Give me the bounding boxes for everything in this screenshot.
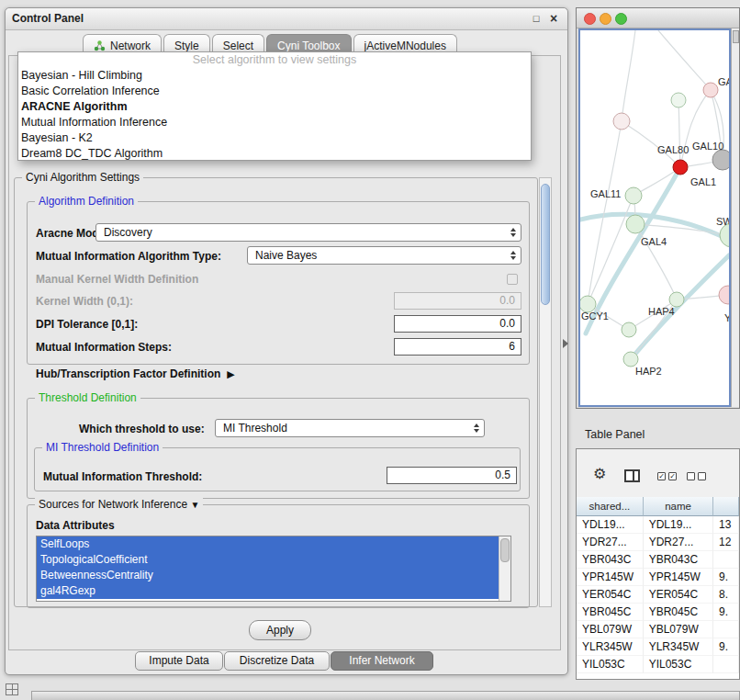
list-item[interactable]: SelfLoops <box>37 536 499 552</box>
list-item[interactable]: gal4RGexp <box>37 583 499 599</box>
table-row[interactable]: YDL19... YDL19... 13 <box>577 516 739 534</box>
node-label: GCY1 <box>581 310 609 322</box>
close-traffic-light-icon[interactable] <box>584 13 596 25</box>
network-window-titlebar[interactable] <box>577 8 739 28</box>
table-row[interactable]: YBL079W YBL079W <box>577 621 739 638</box>
panel-splitter-handle[interactable] <box>563 339 568 348</box>
cell[interactable]: YIL053C <box>577 656 644 673</box>
algorithm-option[interactable]: Basic Correlation Inference <box>18 84 531 99</box>
cell[interactable]: YBR045C <box>644 604 713 621</box>
cell[interactable]: YBR045C <box>577 604 644 621</box>
mi-steps-field[interactable]: 6 <box>394 338 521 356</box>
kernel-width-field[interactable]: 0.0 <box>394 292 521 310</box>
network-scrollbar[interactable] <box>731 28 740 407</box>
select-all-icon[interactable]: ✓ ✓ <box>657 472 677 480</box>
column-header[interactable]: name <box>644 497 713 516</box>
cell[interactable]: YER054C <box>577 586 644 604</box>
bottom-window-edge <box>31 691 740 700</box>
network-scrollbar-thumb[interactable] <box>733 30 739 43</box>
cell[interactable]: 13 <box>713 516 739 534</box>
cell[interactable]: YPR145W <box>577 569 644 586</box>
cell[interactable]: YDR27... <box>644 534 713 551</box>
mi-threshold-field[interactable]: 0.5 <box>387 467 517 484</box>
cell[interactable]: YPR145W <box>644 569 713 586</box>
table-row[interactable]: YLR345W YLR345W 9. <box>577 638 739 656</box>
cell[interactable]: YLR345W <box>577 638 644 656</box>
network-node[interactable] <box>671 93 686 107</box>
cell[interactable]: 12 <box>713 534 739 551</box>
mi-type-value: Naive Bayes <box>255 249 317 262</box>
cell[interactable]: 9. <box>713 638 739 656</box>
network-node-selected[interactable] <box>673 160 688 175</box>
apply-button[interactable]: Apply <box>249 620 311 640</box>
cell[interactable]: YDL19... <box>577 516 644 534</box>
settings-scrollbar[interactable] <box>539 177 552 607</box>
which-threshold-combobox[interactable]: MI Threshold <box>215 419 485 437</box>
cell[interactable]: YDL19... <box>644 516 713 534</box>
table-row[interactable]: YIL053C YIL053C <box>577 656 739 673</box>
gear-icon[interactable]: ⚙ <box>593 466 606 482</box>
combo-arrows-icon <box>507 224 519 241</box>
float-window-icon[interactable]: □ <box>529 11 544 26</box>
restore-panel-icon[interactable] <box>6 683 18 695</box>
algorithm-option[interactable]: Mutual Information Inference <box>18 115 531 130</box>
cell[interactable]: YBR043C <box>644 551 713 569</box>
table-row[interactable]: YDR27... YDR27... 12 <box>577 534 739 551</box>
table-row[interactable]: YER054C YER054C 8. <box>577 586 739 604</box>
cell[interactable]: YLR345W <box>644 638 713 656</box>
tab-impute-data[interactable]: Impute Data <box>135 651 223 671</box>
threshold-definition-title: Threshold Definition <box>35 391 140 404</box>
cell[interactable]: YBR043C <box>577 551 644 569</box>
network-node[interactable] <box>669 292 684 307</box>
cell[interactable]: 9. <box>713 569 739 586</box>
network-node[interactable] <box>719 286 729 304</box>
table-row[interactable]: YBR043C YBR043C <box>577 551 739 569</box>
list-item[interactable]: BetweennessCentrality <box>37 568 499 583</box>
algorithm-option[interactable]: Bayesian - K2 <box>18 130 531 146</box>
network-node[interactable] <box>613 113 630 130</box>
mi-type-combobox[interactable]: Naive Bayes <box>247 246 521 265</box>
column-header[interactable] <box>713 497 739 516</box>
dpi-tolerance-field[interactable]: 0.0 <box>394 315 521 333</box>
cell[interactable]: YBL079W <box>644 621 713 638</box>
deselect-all-icon[interactable] <box>687 472 706 480</box>
manual-kernel-checkbox[interactable] <box>507 274 518 285</box>
settings-scrollbar-thumb[interactable] <box>541 184 550 305</box>
close-window-icon[interactable]: × <box>546 11 561 26</box>
cell[interactable]: 9. <box>713 604 739 621</box>
network-node[interactable] <box>622 322 636 337</box>
algorithm-option[interactable]: Bayesian - Hill Climbing <box>18 68 531 84</box>
network-node[interactable] <box>712 150 729 170</box>
list-item[interactable]: TopologicalCoefficient <box>37 552 499 568</box>
list-scrollbar-thumb[interactable] <box>500 538 510 562</box>
list-scrollbar[interactable] <box>499 536 510 601</box>
network-node[interactable] <box>623 352 638 367</box>
hub-section-toggle[interactable]: Hub/Transcription Factor Definition▶ <box>36 367 235 380</box>
tab-discretize-data[interactable]: Discretize Data <box>224 651 330 671</box>
network-node[interactable] <box>703 83 718 97</box>
cell[interactable] <box>713 621 739 638</box>
cell[interactable]: 8. <box>713 586 739 604</box>
control-panel-titlebar[interactable]: Control Panel □ × <box>6 8 567 30</box>
sources-group-title[interactable]: Sources for Network Inference ▼ <box>35 498 203 511</box>
zoom-traffic-light-icon[interactable] <box>615 13 627 25</box>
tab-infer-network[interactable]: Infer Network <box>331 651 433 671</box>
table-row[interactable]: YPR145W YPR145W 9. <box>577 569 739 586</box>
algorithm-option[interactable]: Dream8 DC_TDC Algorithm <box>18 146 531 162</box>
cell[interactable]: YBL079W <box>577 621 644 638</box>
mi-steps-label: Mutual Information Steps: <box>36 341 172 354</box>
algorithm-option-selected[interactable]: ARACNE Algorithm <box>18 99 531 115</box>
cell[interactable]: YIL053C <box>644 656 713 673</box>
cell[interactable] <box>713 551 739 569</box>
network-node[interactable] <box>626 215 645 233</box>
column-header[interactable]: shared... <box>577 497 644 516</box>
cell[interactable]: YER054C <box>644 586 713 604</box>
column-selector-icon[interactable] <box>624 469 640 482</box>
table-row[interactable]: YBR045C YBR045C 9. <box>577 604 739 621</box>
cell[interactable] <box>713 656 739 673</box>
network-node[interactable] <box>625 187 642 204</box>
cell[interactable]: YDR27... <box>577 534 644 551</box>
network-canvas[interactable]: GAL GAL80 GAL10 GAL1 GAL11 SWI4 GAL4 GCY… <box>578 28 731 407</box>
minimize-traffic-light-icon[interactable] <box>600 13 611 25</box>
aracne-mode-combobox[interactable]: Discovery <box>95 223 521 242</box>
